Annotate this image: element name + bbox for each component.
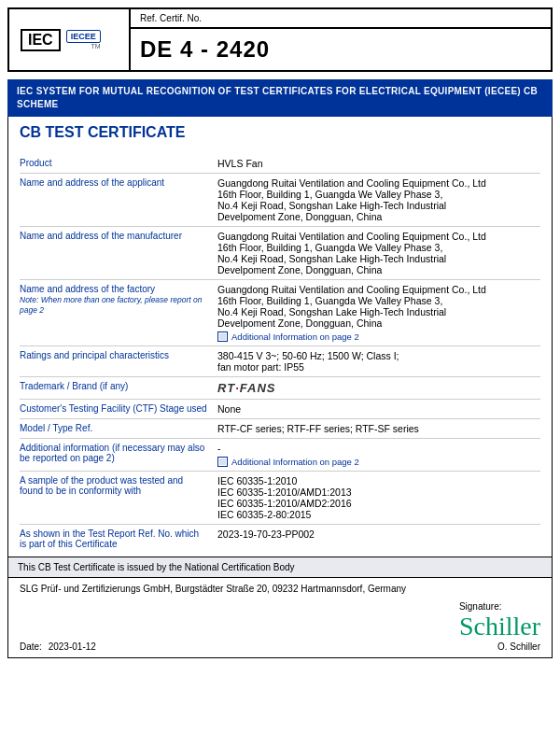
checkbox-icon <box>217 457 228 467</box>
iec-logo: IEC <box>21 29 61 51</box>
tm-text: TM <box>91 43 101 49</box>
value-ctf: None <box>217 400 540 419</box>
label-ratings: Ratings and principal characteristics <box>20 346 217 377</box>
value-product: HVLS Fan <box>217 154 540 174</box>
value-ratings: 380-415 V 3~; 50-60 Hz; 1500 W; Class I;… <box>217 346 540 377</box>
label-product: Product <box>20 154 217 174</box>
value-manufacturer: Guangdong Ruitai Ventilation and Cooling… <box>217 227 540 280</box>
ref-number: DE 4 - 2420 <box>131 29 551 70</box>
table-row: Name and address of the applicant Guangd… <box>20 174 540 227</box>
value-additional: - Additional Information on page 2 <box>217 439 540 472</box>
date-block: Date: 2023-01-12 <box>20 641 96 652</box>
table-row: Name and address of the manufacturer Gua… <box>20 227 540 280</box>
additional-link-factory[interactable]: Additional Information on page 2 <box>217 331 535 342</box>
date-value: 2023-01-12 <box>49 641 96 652</box>
table-row: Model / Type Ref. RTF-CF series; RTF-FF … <box>20 419 540 439</box>
blue-banner: IEC SYSTEM FOR MUTUAL RECOGNITION OF TES… <box>7 79 553 117</box>
iecee-logo: IECEE TM <box>66 30 101 49</box>
main-content: CB TEST CERTIFICATE Product HVLS Fan Nam… <box>7 117 553 557</box>
date-label: Date: <box>20 641 42 652</box>
factory-note: Note: When more than one factory, please… <box>20 295 202 315</box>
sig-name: O. Schiller <box>497 641 540 652</box>
table-row: A sample of the product was tested and f… <box>20 472 540 525</box>
signature-display: Schiller <box>459 613 540 640</box>
iecee-badge: IECEE <box>66 30 101 43</box>
header: IEC IECEE TM Ref. Certif. No. DE 4 - 242… <box>7 7 553 72</box>
table-row: Name and address of the factory Note: Wh… <box>20 280 540 346</box>
issuer-name: SLG Prüf- und Zertifizierungs GmbH, Burg… <box>20 584 540 594</box>
footer: SLG Prüf- und Zertifizierungs GmbH, Burg… <box>7 578 553 658</box>
label-factory: Name and address of the factory Note: Wh… <box>20 280 217 346</box>
checkbox-icon <box>217 331 228 342</box>
table-row: Additional information (if necessary may… <box>20 439 540 472</box>
cert-table: Product HVLS Fan Name and address of the… <box>20 154 540 553</box>
value-test-report: 2023-19-70-23-PP002 <box>217 525 540 554</box>
ref-section: Ref. Certif. No. DE 4 - 2420 <box>131 9 551 70</box>
ref-label: Ref. Certif. No. <box>131 9 551 29</box>
value-conformity: IEC 60335-1:2010 IEC 60335-1:2010/AMD1:2… <box>217 472 540 525</box>
cert-title: CB TEST CERTIFICATE <box>20 124 540 145</box>
table-row: Trademark / Brand (if any) RT·FANS <box>20 377 540 400</box>
sig-label: Signature: <box>459 601 502 612</box>
label-additional: Additional information (if necessary may… <box>20 439 217 472</box>
iec-text: IEC <box>28 32 53 48</box>
label-manufacturer: Name and address of the manufacturer <box>20 227 217 280</box>
additional-link-info[interactable]: Additional Information on page 2 <box>217 457 535 467</box>
signature-row: Date: 2023-01-12 Signature: Schiller O. … <box>20 601 540 652</box>
brand-logo: RT·FANS <box>217 381 535 395</box>
table-row: Product HVLS Fan <box>20 154 540 174</box>
value-factory: Guangdong Ruitai Ventilation and Cooling… <box>217 280 540 346</box>
value-model: RTF-CF series; RTF-FF series; RTF-SF ser… <box>217 419 540 439</box>
iecee-text: IECEE <box>71 32 96 41</box>
label-test-report: As shown in the Test Report Ref. No. whi… <box>20 525 217 554</box>
issuer-bar: This CB Test Certificate is issued by th… <box>7 557 553 578</box>
label-model: Model / Type Ref. <box>20 419 217 439</box>
table-row: Ratings and principal characteristics 38… <box>20 346 540 377</box>
sig-block: Signature: Schiller O. Schiller <box>459 601 540 652</box>
value-applicant: Guangdong Ruitai Ventilation and Cooling… <box>217 174 540 227</box>
label-brand: Trademark / Brand (if any) <box>20 377 217 400</box>
label-ctf: Customer's Testing Facility (CTF) Stage … <box>20 400 217 419</box>
table-row: As shown in the Test Report Ref. No. whi… <box>20 525 540 554</box>
value-brand: RT·FANS <box>217 377 540 400</box>
label-applicant: Name and address of the applicant <box>20 174 217 227</box>
table-row: Customer's Testing Facility (CTF) Stage … <box>20 400 540 419</box>
label-conformity: A sample of the product was tested and f… <box>20 472 217 525</box>
logo-section: IEC IECEE TM <box>9 9 131 70</box>
